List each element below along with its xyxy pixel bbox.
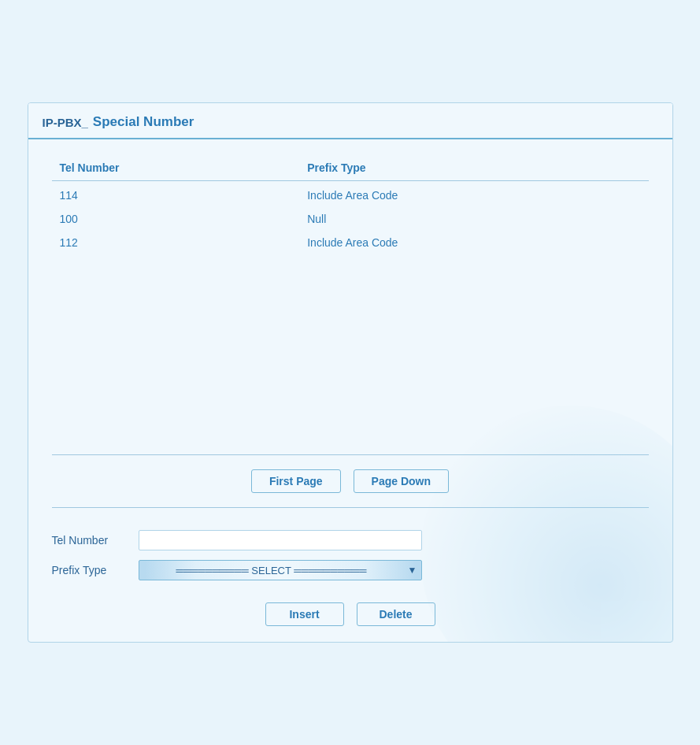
prefix-type-select-wrapper: ══════════ SELECT ══════════Include Area… xyxy=(139,560,422,580)
table-row[interactable]: 100Null xyxy=(52,207,649,231)
cell-tel-number: 114 xyxy=(52,181,300,208)
delete-button[interactable]: Delete xyxy=(357,602,435,626)
prefix-type-row: Prefix Type ══════════ SELECT ══════════… xyxy=(52,560,649,580)
page-down-button[interactable]: Page Down xyxy=(354,469,449,493)
table-header-row: Tel Number Prefix Type xyxy=(52,155,649,181)
cell-prefix-type: Include Area Code xyxy=(299,181,648,208)
first-page-button[interactable]: First Page xyxy=(251,469,341,493)
tel-number-row: Tel Number xyxy=(52,530,649,550)
content-area: Tel Number Prefix Type 114Include Area C… xyxy=(28,139,672,642)
divider-bottom xyxy=(52,507,649,508)
cell-tel-number: 112 xyxy=(52,231,300,254)
col-prefix-type: Prefix Type xyxy=(299,155,648,181)
col-tel-number: Tel Number xyxy=(52,155,300,181)
divider-top xyxy=(52,454,649,455)
prefix-type-select[interactable]: ══════════ SELECT ══════════Include Area… xyxy=(139,560,422,580)
tel-number-label: Tel Number xyxy=(52,534,139,547)
action-area: Insert Delete xyxy=(52,602,649,626)
page-header: IP-PBX_ Special Number xyxy=(28,103,672,139)
form-section: Tel Number Prefix Type ══════════ SELECT… xyxy=(52,522,649,598)
cell-prefix-type: Null xyxy=(299,207,648,231)
cell-prefix-type: Include Area Code xyxy=(299,231,648,254)
table-row[interactable]: 112Include Area Code xyxy=(52,231,649,254)
main-panel: IP-PBX_ Special Number Tel Number Prefix… xyxy=(28,102,673,643)
table-area: Tel Number Prefix Type 114Include Area C… xyxy=(52,155,649,454)
table-row[interactable]: 114Include Area Code xyxy=(52,181,649,208)
pagination-area: First Page Page Down xyxy=(52,469,649,493)
cell-tel-number: 100 xyxy=(52,207,300,231)
tel-number-input[interactable] xyxy=(139,530,422,550)
prefix-type-label: Prefix Type xyxy=(52,564,139,576)
page-title: Special Number xyxy=(93,114,194,130)
insert-button[interactable]: Insert xyxy=(265,602,344,626)
special-number-table: Tel Number Prefix Type 114Include Area C… xyxy=(52,155,649,254)
brand-label: IP-PBX_ xyxy=(43,116,88,129)
